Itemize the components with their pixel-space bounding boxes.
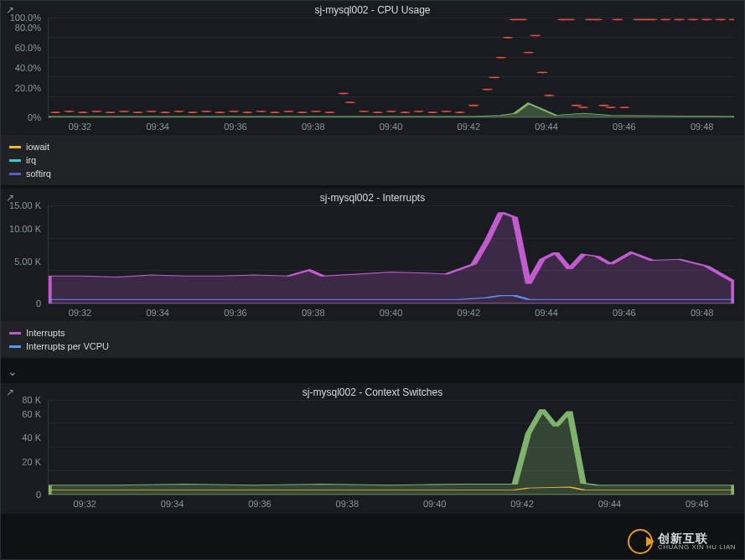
svg-point-17 [283, 111, 294, 112]
svg-point-55 [660, 18, 671, 20]
svg-point-10 [187, 111, 198, 113]
panel-context-switches: ↗ sj-mysql002 - Context Switches 0 20 K … [1, 383, 744, 516]
svg-point-9 [173, 111, 184, 112]
watermark-cn: 创新互联 [658, 532, 736, 544]
plot-area [48, 400, 734, 495]
svg-point-7 [146, 111, 157, 112]
watermark: 创新互联 CHUANG XIN HU LIAN [628, 529, 736, 554]
svg-point-8 [160, 111, 171, 113]
chart-context-switches[interactable]: 0 20 K 40 K 60 K 80 K [8, 400, 737, 495]
svg-point-43 [564, 18, 575, 20]
svg-point-54 [646, 18, 657, 20]
svg-point-14 [242, 111, 253, 113]
panel-link-icon[interactable]: ↗ [6, 386, 14, 398]
svg-point-59 [715, 18, 726, 20]
svg-point-20 [324, 111, 335, 113]
svg-point-1 [64, 111, 75, 112]
svg-point-23 [359, 111, 370, 112]
panel-title: sj-mysql002 - Context Switches [1, 383, 744, 400]
legend: Interrupts Interrupts per VCPU [1, 321, 744, 358]
panel-title: sj-mysql002 - CPU Usage [1, 1, 744, 18]
svg-point-35 [503, 37, 514, 39]
legend-item-softirq[interactable]: softirq [9, 167, 736, 180]
chart-cpu[interactable]: 0% 20.0% 40.0% 60.0% 80.0% 100.0% [8, 18, 737, 118]
row-collapse[interactable] [1, 360, 744, 383]
panel-cpu-usage: ↗ sj-mysql002 - CPU Usage 0% 20.0% 40.0%… [1, 1, 744, 165]
chart-interrupts[interactable]: 0 5.00 K 10.00 K 15.00 K [8, 205, 737, 304]
svg-point-27 [413, 111, 424, 112]
svg-point-19 [310, 111, 321, 112]
svg-point-44 [571, 105, 582, 106]
svg-point-51 [619, 106, 630, 108]
svg-point-2 [77, 111, 88, 113]
svg-point-16 [269, 111, 280, 113]
svg-point-12 [215, 111, 225, 113]
xaxis: 09:3209:3409:3609:3809:4009:4209:4409:46… [1, 304, 744, 321]
svg-point-31 [468, 105, 479, 106]
yaxis: 0 20 K 40 K 60 K 80 K [8, 400, 44, 495]
svg-point-22 [344, 101, 355, 103]
panel-interrupts: ↗ sj-mysql002 - Interrupts 0 5.00 K 10.0… [1, 189, 744, 360]
svg-point-26 [400, 111, 411, 113]
svg-point-18 [297, 111, 308, 113]
svg-point-38 [523, 52, 534, 54]
svg-point-40 [536, 71, 547, 73]
legend: iowait irq softirq [1, 135, 744, 185]
watermark-logo-icon [628, 529, 653, 554]
svg-point-25 [385, 111, 396, 112]
svg-point-5 [118, 111, 129, 112]
svg-point-41 [544, 95, 555, 96]
svg-point-50 [612, 18, 623, 20]
svg-point-4 [105, 111, 116, 113]
svg-point-13 [228, 111, 239, 112]
panel-title: sj-mysql002 - Interrupts [1, 189, 744, 205]
watermark-en: CHUANG XIN HU LIAN [658, 544, 736, 551]
legend-item-interrupts[interactable]: Interrupts [9, 326, 736, 340]
svg-point-30 [454, 111, 465, 113]
svg-point-21 [338, 92, 349, 94]
plot-area [48, 18, 734, 118]
xaxis: 09:3209:3409:3609:3809:4009:4209:4409:46… [1, 118, 744, 135]
svg-point-56 [674, 18, 685, 20]
svg-point-28 [427, 111, 438, 113]
svg-point-58 [701, 18, 712, 20]
svg-point-37 [516, 18, 527, 20]
svg-point-6 [132, 111, 143, 113]
svg-point-34 [495, 57, 506, 59]
svg-point-57 [687, 18, 698, 20]
svg-point-24 [372, 111, 383, 113]
legend-item-interrupts-vcpu[interactable]: Interrupts per VCPU [9, 340, 736, 353]
plot-area [48, 205, 734, 304]
svg-point-3 [91, 111, 102, 112]
svg-point-15 [256, 111, 266, 112]
legend-item-iowait[interactable]: iowait [9, 140, 736, 153]
xaxis: 09:3209:3409:3609:3809:4009:4209:4409:46 [1, 495, 744, 512]
svg-point-32 [482, 89, 493, 91]
legend-item-irq[interactable]: irq [9, 153, 736, 167]
svg-point-45 [577, 106, 588, 108]
svg-point-48 [598, 105, 609, 106]
svg-point-39 [530, 34, 541, 36]
svg-point-29 [441, 111, 452, 112]
svg-point-47 [592, 18, 603, 20]
yaxis: 0% 20.0% 40.0% 60.0% 80.0% 100.0% [8, 18, 44, 118]
svg-point-33 [489, 76, 499, 78]
svg-point-49 [605, 106, 616, 108]
yaxis: 0 5.00 K 10.00 K 15.00 K [8, 205, 44, 304]
svg-point-60 [728, 18, 734, 20]
svg-point-11 [201, 111, 212, 112]
svg-point-0 [50, 111, 61, 113]
